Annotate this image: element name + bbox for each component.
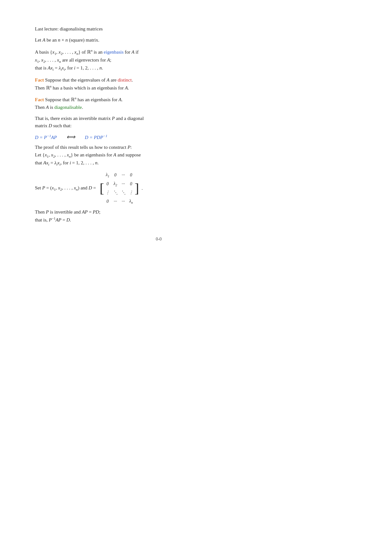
block-equation: D = P−1AP ⟺ D = PDP−1 xyxy=(35,133,282,141)
fact2-label: Fact xyxy=(35,97,44,102)
matrix-D: [ λ1 0 ··· 0 0 λ2 ··· 0 ⋮ ⋱ ⋱ ⋮ 0 ··· ··… xyxy=(100,171,139,205)
fact2: Fact Suppose that ℝn has an eigenbasis f… xyxy=(35,96,282,111)
basis-definition: A basis {x1, x2, . . . , xn} of ℝn is an… xyxy=(35,48,282,73)
fact1-label: Fact xyxy=(35,77,44,82)
main-content: Last lecture: diagonalising matrices Let… xyxy=(35,25,282,242)
fact1: Fact Suppose that the eigenvalues of A a… xyxy=(35,76,282,92)
proof-intro: The proof of this result tells us how to… xyxy=(35,144,282,167)
page-number: 0-0 xyxy=(35,237,282,242)
that-is-paragraph: That is, there exists an invertible matr… xyxy=(35,115,282,130)
then-paragraph: Then P is invertible and AP = PD; that i… xyxy=(35,208,282,224)
title-line: Last lecture: diagonalising matrices xyxy=(35,25,282,33)
let-A-paragraph: Let A be an n × n (square) matrix. xyxy=(35,36,282,44)
set-P-D-line: Set P = (x1, x2, . . . , xn) and D = [ λ… xyxy=(35,171,282,205)
